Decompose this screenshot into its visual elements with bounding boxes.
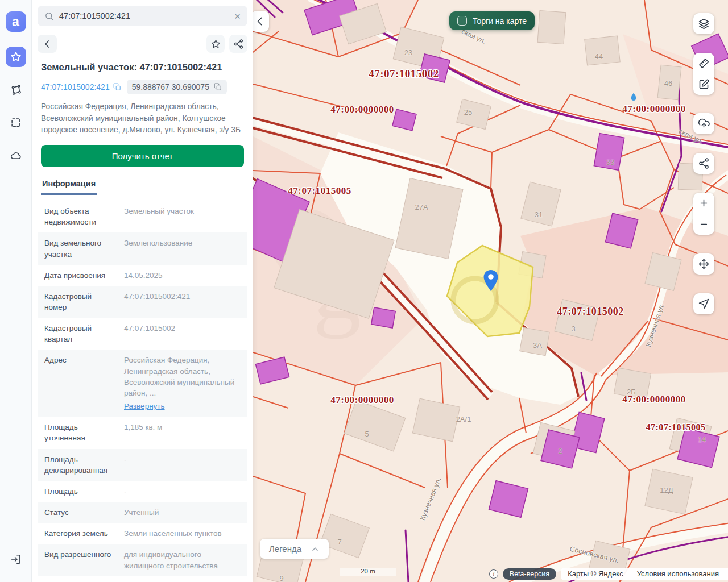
layers-button[interactable] <box>693 13 714 34</box>
pan-control[interactable] <box>693 253 714 275</box>
info-row-value: 47:07:1015002:421 <box>124 291 241 313</box>
info-row-label: Вид объекта недвижимости <box>44 206 116 227</box>
locate-button[interactable] <box>693 293 714 314</box>
info-row-value: - <box>124 454 241 476</box>
info-table: Вид объекта недвижимостиЗемельный участо… <box>38 201 247 576</box>
back-button[interactable] <box>38 35 57 53</box>
attribution-strip: Карты © Яндекс Условия использования <box>561 568 728 580</box>
map-canvas[interactable]: g 47:07:101500247:00:000000047:00:000000… <box>253 0 728 582</box>
star-outline-icon <box>210 39 221 49</box>
navigation-arrow-icon <box>698 298 710 310</box>
upload-button[interactable] <box>693 113 714 134</box>
cadastral-number-chip[interactable]: 47:07:1015002:421 <box>41 82 121 92</box>
zoom-control[interactable] <box>693 193 714 235</box>
layers-icon <box>698 18 710 30</box>
trades-checkbox[interactable] <box>457 16 467 26</box>
app-logo-letter: a <box>12 14 19 30</box>
star-icon <box>10 51 22 63</box>
legend-button[interactable]: Легенда <box>260 539 329 559</box>
details-panel: × Земельный участок: 47:07:1015002:421 4… <box>32 0 253 582</box>
chevron-up-icon <box>311 544 320 554</box>
sidebar-item-area-select[interactable] <box>6 113 26 133</box>
sidebar-item-favorites[interactable] <box>6 47 26 67</box>
info-row: Вид разрешенногодля индивидуального жили… <box>38 544 247 576</box>
info-row-label: Кадастровый квартал <box>44 323 116 344</box>
legend-label: Легенда <box>269 544 301 554</box>
collapse-panel-button[interactable] <box>253 11 269 32</box>
info-row-value: для индивидуального жилищного строительс… <box>124 549 241 571</box>
sidebar-item-cloud[interactable] <box>6 146 26 166</box>
upload-control[interactable] <box>693 113 714 134</box>
building-footprint <box>585 36 620 65</box>
dashed-square-icon <box>10 117 22 129</box>
share-map-button[interactable] <box>693 153 714 174</box>
move-icon <box>698 258 710 270</box>
info-icon[interactable]: i <box>489 569 498 579</box>
info-row-value: Учтенный <box>124 507 241 518</box>
info-row: Вид земельного участкаЗемлепользование <box>38 232 247 264</box>
edit-icon <box>698 78 710 90</box>
building-footprint <box>645 469 693 514</box>
get-report-button[interactable]: Получить отчет <box>41 145 244 167</box>
locate-control[interactable] <box>693 293 714 314</box>
draw-tools-control[interactable] <box>693 53 714 95</box>
info-row-label: Статус <box>44 507 116 518</box>
plus-icon <box>698 197 710 209</box>
cloud-upload-icon <box>698 118 710 130</box>
info-row: Площадь- <box>38 481 247 502</box>
trades-toggle-label: Торги на карте <box>473 16 527 26</box>
search-input[interactable] <box>59 11 234 20</box>
share-map-control[interactable] <box>693 153 714 174</box>
zoom-in-button[interactable] <box>693 193 714 214</box>
chevron-left-icon <box>254 15 266 27</box>
info-row-label: Кадастровый номер <box>44 291 116 313</box>
maps-copyright-link[interactable]: Карты © Яндекс <box>568 569 623 578</box>
info-row: Площадь уточненная1,185 кв. м <box>38 417 247 448</box>
info-row-label: Категория земель <box>44 528 116 539</box>
info-row-label: Вид разрешенного <box>44 549 116 571</box>
minus-icon <box>698 218 710 230</box>
app-logo[interactable]: a <box>6 11 26 32</box>
tab-information[interactable]: Информация <box>41 177 97 195</box>
info-row-label: Адрес <box>44 355 116 411</box>
building-footprint <box>614 368 651 399</box>
pan-button[interactable] <box>693 253 714 275</box>
share-button[interactable] <box>229 35 247 53</box>
cloud-icon <box>10 149 22 162</box>
edit-button[interactable] <box>693 74 714 95</box>
building-footprint-highlighted <box>371 307 396 328</box>
info-row-value: 47:07:1015002 <box>124 323 241 344</box>
trades-on-map-toggle[interactable]: Торги на карте <box>449 11 535 30</box>
copy-icon[interactable] <box>113 83 121 91</box>
measure-button[interactable] <box>693 53 714 74</box>
clear-search-icon[interactable]: × <box>234 11 241 22</box>
panel-actions <box>38 35 247 53</box>
info-row-label: Площадь декларированная <box>44 454 116 476</box>
info-row: Категория земельЗемли населенных пунктов <box>38 523 247 544</box>
info-row: Вид объекта недвижимостиЗемельный участо… <box>38 201 247 232</box>
page-title: Земельный участок: 47:07:1015002:421 <box>41 62 244 73</box>
sign-in-button[interactable] <box>6 549 26 569</box>
building-footprint <box>537 10 566 44</box>
copy-icon[interactable] <box>214 83 222 91</box>
sidebar-item-polygon-select[interactable] <box>6 80 26 100</box>
zoom-out-button[interactable] <box>693 214 714 235</box>
info-row-value: Земельный участок <box>124 206 241 227</box>
info-row: Дата присвоения14.05.2025 <box>38 265 247 286</box>
icon-rail: a <box>0 0 32 582</box>
address-summary: Российская Федерация, Ленинградская обла… <box>41 101 244 136</box>
favorite-button[interactable] <box>206 35 225 53</box>
info-row: АдресРоссийская Федерация, Ленинградская… <box>38 350 247 417</box>
address-expand-link[interactable]: Развернуть <box>124 401 165 411</box>
info-row: Площадь декларированная- <box>38 449 247 481</box>
info-row: СтатусУчтенный <box>38 502 247 523</box>
search-bar: × <box>38 6 247 26</box>
info-row-value: Российская Федерация, Ленинградская обла… <box>124 355 241 411</box>
terms-of-use-link[interactable]: Условия использования <box>637 569 719 578</box>
attribution-bar: i Beta-версия Карты © Яндекс Условия исп… <box>489 568 728 580</box>
info-row: Кадастровый квартал47:07:1015002 <box>38 318 247 350</box>
layers-control[interactable] <box>693 13 714 34</box>
coordinates-chip[interactable]: 59.888767 30.690075 <box>127 80 227 94</box>
info-row: Кадастровый номер47:07:1015002:421 <box>38 286 247 318</box>
map-pin-icon <box>483 269 499 292</box>
